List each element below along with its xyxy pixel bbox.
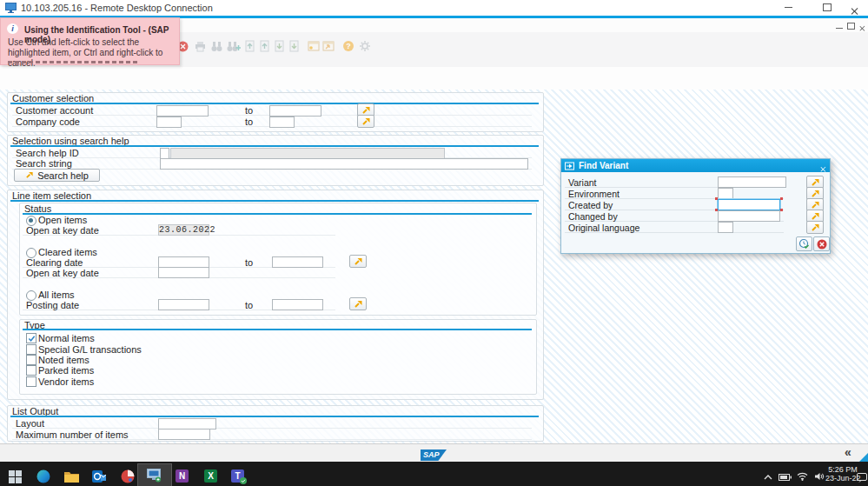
dialog-title: Find Variant — [579, 161, 628, 170]
field-label: Search help ID — [16, 148, 79, 158]
search-help-button-label: Search help — [37, 170, 89, 181]
outlook-icon[interactable] — [92, 469, 106, 483]
noted-items-checkbox[interactable] — [26, 355, 36, 365]
wifi-icon[interactable] — [797, 472, 808, 481]
field-label: Open at key date — [26, 225, 99, 236]
field-label: Layout — [16, 418, 44, 429]
section-underline — [23, 329, 532, 330]
create-shortcut-icon[interactable] — [322, 41, 335, 51]
to-label: to — [245, 300, 253, 310]
tray-expand-icon[interactable] — [764, 474, 772, 481]
sap-close-button[interactable] — [859, 25, 866, 32]
field-label: Maximum number of items — [16, 429, 129, 440]
checkbox-label: Normal items — [38, 333, 95, 343]
svg-text:?: ? — [346, 42, 351, 50]
find-variant-dialog: Find Variant Variant Environment Created… — [560, 158, 831, 254]
sap-status-bar: SAP « — [0, 443, 868, 463]
to-label: to — [245, 117, 253, 127]
company-code-from-input[interactable] — [156, 117, 182, 128]
group-type — [19, 319, 537, 395]
clock-date: 23-Jun-22 — [825, 474, 860, 483]
clipped-text-line — [8, 61, 140, 63]
clock-time: 5:26 PM — [825, 465, 860, 474]
field-label: Posting date — [26, 300, 79, 310]
remote-desktop-taskbar-icon[interactable] — [147, 469, 162, 483]
last-page-icon[interactable] — [289, 40, 299, 52]
identification-tooltip: i Using the Identification Tool - (SAP m… — [0, 17, 180, 65]
search-help-button[interactable]: Search help — [14, 169, 100, 182]
clearing-date-multiselect-button[interactable] — [349, 255, 367, 268]
start-button[interactable] — [9, 470, 22, 483]
dialog-find-button[interactable] — [796, 236, 812, 251]
find-next-icon[interactable] — [227, 41, 241, 52]
field-label: Open at key date — [26, 268, 99, 278]
next-page-icon[interactable] — [275, 40, 284, 52]
checkmark-icon — [28, 335, 36, 343]
field-label: Company code — [16, 117, 80, 127]
rdp-app-icon — [5, 3, 17, 13]
posting-date-to-input[interactable] — [272, 299, 323, 310]
customize-icon[interactable] — [359, 40, 371, 52]
parked-items-checkbox[interactable] — [26, 365, 36, 376]
open-key-date2-input[interactable] — [158, 267, 209, 278]
checkbox-label: Special G/L transactions — [38, 344, 142, 355]
section-underline — [23, 213, 532, 215]
teams-status-icon — [240, 477, 247, 484]
checkbox-label: Vendor items — [38, 376, 94, 387]
find-icon[interactable] — [211, 41, 222, 52]
sap-content-area: Customer selection Customer account to C… — [0, 90, 868, 443]
battery-icon[interactable] — [779, 474, 792, 481]
action-center-icon[interactable] — [857, 473, 867, 483]
file-explorer-icon[interactable] — [64, 471, 79, 483]
search-string-input[interactable] — [160, 158, 528, 170]
previous-page-icon[interactable] — [260, 40, 269, 52]
normal-items-checkbox[interactable] — [26, 333, 36, 343]
sap-minimize-button[interactable] — [836, 28, 843, 29]
windows-taskbar: N X T 5:26 PM 23-Jun-22 — [0, 462, 868, 486]
rdp-maximize-button[interactable] — [823, 3, 832, 11]
red-app-icon[interactable] — [121, 469, 135, 483]
highlight-corner — [715, 197, 718, 200]
rdp-title-bar: 10.103.205.16 - Remote Desktop Connectio… — [0, 0, 868, 17]
rdp-minimize-button[interactable] — [785, 7, 792, 8]
company-code-multiselect-button[interactable] — [357, 115, 374, 128]
edge-icon[interactable] — [36, 469, 50, 483]
dialog-title-bar[interactable]: Find Variant — [561, 159, 830, 172]
dialog-field-label: Original language — [568, 223, 639, 233]
volume-icon[interactable] — [814, 472, 825, 481]
open-key-date-input[interactable]: 23.06.2022 — [158, 224, 209, 236]
collapse-icon[interactable]: « — [845, 445, 851, 459]
sap-restore-button[interactable] — [847, 23, 855, 30]
checkbox-label: Noted items — [38, 355, 89, 365]
vendor-items-checkbox[interactable] — [26, 376, 36, 387]
onenote-icon[interactable]: N — [176, 469, 189, 483]
multiselect-arrow-icon — [25, 171, 34, 179]
original-language-input[interactable] — [718, 222, 733, 233]
rdp-title: 10.103.205.16 - Remote Desktop Connectio… — [21, 3, 213, 13]
help-icon[interactable]: ? — [342, 40, 354, 52]
highlight-corner — [780, 197, 783, 200]
dialog-cancel-button[interactable] — [813, 236, 830, 251]
to-label: to — [245, 105, 253, 116]
first-page-icon[interactable] — [245, 40, 255, 52]
posting-date-from-input[interactable] — [158, 299, 209, 310]
posting-date-multiselect-button[interactable] — [349, 297, 367, 310]
original-language-multiselect-button[interactable] — [806, 221, 824, 234]
print-icon[interactable] — [195, 41, 206, 52]
field-label: Search string — [16, 158, 72, 169]
excel-icon[interactable]: X — [204, 469, 217, 483]
screen: 10.103.205.16 - Remote Desktop Connectio… — [0, 0, 868, 486]
special-gl-checkbox[interactable] — [26, 344, 36, 355]
sap-logo: SAP — [421, 449, 447, 461]
rdp-close-button[interactable] — [851, 7, 859, 16]
tooltip-body: Use Ctrl and left-click to select the hi… — [8, 37, 176, 69]
info-bubble-icon: i — [7, 23, 18, 34]
section-underline — [10, 200, 539, 202]
company-code-to-input[interactable] — [269, 117, 295, 128]
new-session-icon[interactable] — [308, 41, 320, 51]
form-row — [12, 417, 532, 429]
field-label: Customer account — [16, 105, 93, 116]
max-items-input[interactable] — [158, 429, 210, 440]
tray-clock[interactable]: 5:26 PM 23-Jun-22 — [825, 465, 860, 483]
dialog-close-button[interactable] — [820, 166, 827, 173]
